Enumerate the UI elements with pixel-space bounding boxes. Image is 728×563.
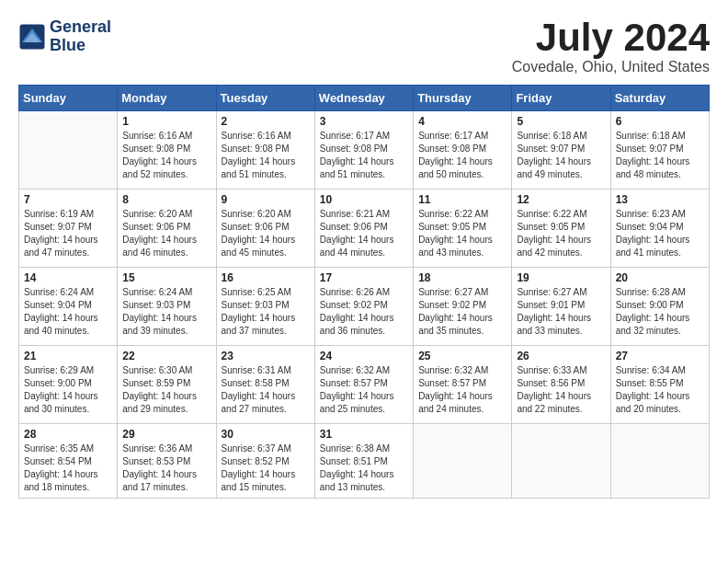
cell-content: Sunrise: 6:22 AM Sunset: 9:05 PM Dayligh… (517, 208, 605, 259)
cell-content: Sunrise: 6:36 AM Sunset: 8:53 PM Dayligh… (122, 442, 210, 494)
week-row-1: 1Sunrise: 6:16 AM Sunset: 9:08 PM Daylig… (19, 111, 710, 190)
calendar-header-row: SundayMondayTuesdayWednesdayThursdayFrid… (19, 86, 710, 111)
calendar-cell: 2Sunrise: 6:16 AM Sunset: 9:08 PM Daylig… (216, 111, 314, 190)
logo: General Blue (18, 18, 111, 55)
cell-content: Sunrise: 6:37 AM Sunset: 8:52 PM Dayligh… (222, 442, 310, 494)
calendar-cell: 16Sunrise: 6:25 AM Sunset: 9:03 PM Dayli… (216, 268, 314, 346)
main-title: July 2024 (512, 18, 710, 57)
calendar-cell: 10Sunrise: 6:21 AM Sunset: 9:06 PM Dayli… (314, 190, 413, 268)
day-number: 11 (418, 193, 506, 206)
day-number: 15 (122, 271, 210, 284)
calendar-cell: 29Sunrise: 6:36 AM Sunset: 8:53 PM Dayli… (118, 424, 216, 499)
calendar-cell: 6Sunrise: 6:18 AM Sunset: 9:07 PM Daylig… (610, 111, 709, 190)
calendar-cell: 21Sunrise: 6:29 AM Sunset: 9:00 PM Dayli… (19, 346, 118, 424)
calendar-cell: 15Sunrise: 6:24 AM Sunset: 9:03 PM Dayli… (118, 268, 216, 346)
calendar-cell: 11Sunrise: 6:22 AM Sunset: 9:05 PM Dayli… (414, 190, 512, 268)
day-number: 2 (222, 115, 310, 128)
cell-content: Sunrise: 6:16 AM Sunset: 9:08 PM Dayligh… (122, 130, 210, 181)
cell-content: Sunrise: 6:31 AM Sunset: 8:58 PM Dayligh… (222, 364, 310, 416)
calendar-cell: 13Sunrise: 6:23 AM Sunset: 9:04 PM Dayli… (610, 190, 709, 268)
logo-text: General Blue (50, 18, 111, 55)
calendar-cell: 12Sunrise: 6:22 AM Sunset: 9:05 PM Dayli… (512, 190, 610, 268)
calendar-cell: 14Sunrise: 6:24 AM Sunset: 9:04 PM Dayli… (19, 268, 118, 346)
cell-content: Sunrise: 6:25 AM Sunset: 9:03 PM Dayligh… (222, 286, 310, 338)
day-number: 31 (320, 428, 408, 441)
header-thursday: Thursday (414, 86, 512, 111)
cell-content: Sunrise: 6:34 AM Sunset: 8:55 PM Dayligh… (616, 364, 704, 416)
header-friday: Friday (512, 86, 610, 111)
calendar-cell: 4Sunrise: 6:17 AM Sunset: 9:08 PM Daylig… (414, 111, 512, 190)
cell-content: Sunrise: 6:30 AM Sunset: 8:59 PM Dayligh… (122, 364, 210, 416)
day-number: 8 (122, 193, 210, 206)
cell-content: Sunrise: 6:38 AM Sunset: 8:51 PM Dayligh… (320, 442, 408, 494)
cell-content: Sunrise: 6:26 AM Sunset: 9:02 PM Dayligh… (320, 286, 408, 338)
week-row-4: 21Sunrise: 6:29 AM Sunset: 9:00 PM Dayli… (19, 346, 710, 424)
cell-content: Sunrise: 6:18 AM Sunset: 9:07 PM Dayligh… (517, 130, 605, 181)
calendar-cell: 7Sunrise: 6:19 AM Sunset: 9:07 PM Daylig… (19, 190, 118, 268)
day-number: 28 (24, 428, 112, 441)
calendar: SundayMondayTuesdayWednesdayThursdayFrid… (18, 85, 710, 499)
cell-content: Sunrise: 6:24 AM Sunset: 9:03 PM Dayligh… (122, 286, 210, 338)
calendar-cell: 30Sunrise: 6:37 AM Sunset: 8:52 PM Dayli… (216, 424, 314, 499)
day-number: 19 (517, 271, 605, 284)
day-number: 21 (24, 350, 112, 362)
calendar-cell: 20Sunrise: 6:28 AM Sunset: 9:00 PM Dayli… (610, 268, 709, 346)
cell-content: Sunrise: 6:28 AM Sunset: 9:00 PM Dayligh… (616, 286, 704, 338)
calendar-cell: 5Sunrise: 6:18 AM Sunset: 9:07 PM Daylig… (512, 111, 610, 190)
logo-line1: General (50, 18, 111, 37)
calendar-cell: 17Sunrise: 6:26 AM Sunset: 9:02 PM Dayli… (314, 268, 413, 346)
day-number: 26 (517, 350, 605, 362)
cell-content: Sunrise: 6:20 AM Sunset: 9:06 PM Dayligh… (222, 208, 310, 259)
week-row-5: 28Sunrise: 6:35 AM Sunset: 8:54 PM Dayli… (19, 424, 710, 499)
day-number: 10 (320, 193, 408, 206)
calendar-cell (414, 424, 512, 499)
calendar-cell: 1Sunrise: 6:16 AM Sunset: 9:08 PM Daylig… (118, 111, 216, 190)
cell-content: Sunrise: 6:16 AM Sunset: 9:08 PM Dayligh… (222, 130, 310, 181)
cell-content: Sunrise: 6:33 AM Sunset: 8:56 PM Dayligh… (517, 364, 605, 416)
cell-content: Sunrise: 6:17 AM Sunset: 9:08 PM Dayligh… (418, 130, 506, 181)
calendar-cell: 19Sunrise: 6:27 AM Sunset: 9:01 PM Dayli… (512, 268, 610, 346)
header-saturday: Saturday (610, 86, 709, 111)
calendar-cell (610, 424, 709, 499)
day-number: 4 (418, 115, 506, 128)
header-sunday: Sunday (19, 86, 118, 111)
calendar-cell: 31Sunrise: 6:38 AM Sunset: 8:51 PM Dayli… (314, 424, 413, 499)
day-number: 3 (320, 115, 408, 128)
day-number: 16 (222, 271, 310, 284)
calendar-cell: 25Sunrise: 6:32 AM Sunset: 8:57 PM Dayli… (414, 346, 512, 424)
day-number: 20 (616, 271, 704, 284)
calendar-cell: 27Sunrise: 6:34 AM Sunset: 8:55 PM Dayli… (610, 346, 709, 424)
cell-content: Sunrise: 6:29 AM Sunset: 9:00 PM Dayligh… (24, 364, 112, 416)
cell-content: Sunrise: 6:23 AM Sunset: 9:04 PM Dayligh… (616, 208, 704, 259)
cell-content: Sunrise: 6:32 AM Sunset: 8:57 PM Dayligh… (320, 364, 408, 416)
cell-content: Sunrise: 6:19 AM Sunset: 9:07 PM Dayligh… (24, 208, 112, 259)
day-number: 9 (222, 193, 310, 206)
cell-content: Sunrise: 6:35 AM Sunset: 8:54 PM Dayligh… (24, 442, 112, 494)
calendar-cell: 22Sunrise: 6:30 AM Sunset: 8:59 PM Dayli… (118, 346, 216, 424)
day-number: 30 (222, 428, 310, 441)
day-number: 25 (418, 350, 506, 362)
day-number: 7 (24, 193, 112, 206)
cell-content: Sunrise: 6:32 AM Sunset: 8:57 PM Dayligh… (418, 364, 506, 416)
cell-content: Sunrise: 6:22 AM Sunset: 9:05 PM Dayligh… (418, 208, 506, 259)
cell-content: Sunrise: 6:21 AM Sunset: 9:06 PM Dayligh… (320, 208, 408, 259)
day-number: 13 (616, 193, 704, 206)
day-number: 24 (320, 350, 408, 362)
week-row-2: 7Sunrise: 6:19 AM Sunset: 9:07 PM Daylig… (19, 190, 710, 268)
calendar-cell: 23Sunrise: 6:31 AM Sunset: 8:58 PM Dayli… (216, 346, 314, 424)
calendar-cell: 9Sunrise: 6:20 AM Sunset: 9:06 PM Daylig… (216, 190, 314, 268)
title-section: July 2024 Covedale, Ohio, United States (512, 18, 710, 75)
week-row-3: 14Sunrise: 6:24 AM Sunset: 9:04 PM Dayli… (19, 268, 710, 346)
day-number: 22 (122, 350, 210, 362)
cell-content: Sunrise: 6:27 AM Sunset: 9:02 PM Dayligh… (418, 286, 506, 338)
header: General Blue July 2024 Covedale, Ohio, U… (18, 18, 710, 75)
calendar-cell: 8Sunrise: 6:20 AM Sunset: 9:06 PM Daylig… (118, 190, 216, 268)
header-tuesday: Tuesday (216, 86, 314, 111)
day-number: 5 (517, 115, 605, 128)
cell-content: Sunrise: 6:17 AM Sunset: 9:08 PM Dayligh… (320, 130, 408, 181)
calendar-cell: 28Sunrise: 6:35 AM Sunset: 8:54 PM Dayli… (19, 424, 118, 499)
day-number: 1 (122, 115, 210, 128)
header-wednesday: Wednesday (314, 86, 413, 111)
day-number: 27 (616, 350, 704, 362)
day-number: 14 (24, 271, 112, 284)
